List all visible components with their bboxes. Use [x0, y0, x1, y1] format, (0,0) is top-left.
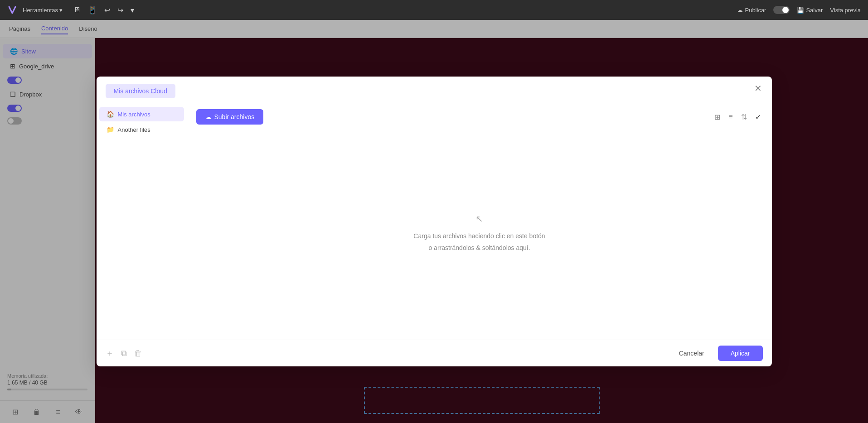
- dialog-sidebar: 🏠 Mis archivos 📁 Another files: [97, 102, 187, 340]
- upload-arrow-icon: ↖: [475, 211, 483, 227]
- more-options-icon[interactable]: ▾: [129, 4, 136, 16]
- tools-menu[interactable]: Herramientas ▾: [23, 7, 63, 14]
- drop-text-line1: Carga tus archivos haciendo clic en este…: [413, 231, 545, 242]
- dialog-toolbar: ☁ Subir archivos ⊞ ≡ ⇅ ✓: [196, 109, 763, 125]
- drop-text-line2: o arrastrándolos & soltándolos aquí.: [428, 242, 530, 254]
- dialog-sidebar-item-another-files[interactable]: 📁 Another files: [99, 122, 184, 137]
- apply-button[interactable]: Aplicar: [718, 346, 763, 361]
- publish-button[interactable]: ☁ Publicar: [737, 7, 766, 14]
- upload-cloud-icon: ☁: [205, 113, 212, 120]
- home-icon: 🏠: [107, 111, 114, 118]
- cancel-button[interactable]: Cancelar: [671, 346, 713, 361]
- topbar: Herramientas ▾ 🖥 📱 ↩ ↪ ▾ ☁ Publicar 💾 Sa…: [0, 0, 868, 20]
- check-icon[interactable]: ✓: [753, 111, 763, 123]
- preview-button[interactable]: Vista previa: [830, 7, 861, 14]
- topbar-right: ☁ Publicar 💾 Salvar Vista previa: [737, 6, 861, 14]
- mobile-icon[interactable]: 📱: [86, 4, 99, 16]
- save-button[interactable]: 💾 Salvar: [797, 7, 823, 14]
- move-icon[interactable]: ⧉: [121, 349, 127, 358]
- list-view-icon[interactable]: ≡: [727, 111, 734, 123]
- dialog-overlay: Mis archivos Cloud ✕ 🏠 Mis archivos 📁 An…: [0, 20, 868, 423]
- undo-icon[interactable]: ↩: [102, 4, 112, 16]
- publish-toggle[interactable]: [773, 6, 790, 14]
- toolbar-icons: 🖥 📱 ↩ ↪ ▾: [72, 4, 136, 16]
- drop-area: ↖ Carga tus archivos haciendo clic en es…: [196, 132, 763, 332]
- toolbar-view-icons: ⊞ ≡ ⇅ ✓: [713, 111, 762, 123]
- monitor-icon[interactable]: 🖥: [72, 4, 82, 16]
- trash-icon[interactable]: 🗑: [134, 349, 142, 358]
- dialog-tab-cloud[interactable]: Mis archivos Cloud: [106, 84, 175, 98]
- dialog-sidebar-item-mis-archivos[interactable]: 🏠 Mis archivos: [99, 107, 184, 121]
- dialog-header: Mis archivos Cloud ✕: [97, 77, 772, 98]
- app-logo[interactable]: [7, 5, 17, 15]
- chevron-down-icon: ▾: [59, 7, 63, 14]
- dialog-body: 🏠 Mis archivos 📁 Another files ☁ Subir a…: [97, 102, 772, 340]
- sort-icon[interactable]: ⇅: [739, 111, 749, 123]
- folder-icon: 📁: [107, 126, 114, 133]
- dialog: Mis archivos Cloud ✕ 🏠 Mis archivos 📁 An…: [97, 77, 772, 366]
- dialog-footer: ＋ ⧉ 🗑 Cancelar Aplicar: [97, 340, 772, 366]
- redo-icon[interactable]: ↪: [116, 4, 125, 16]
- dialog-main: ☁ Subir archivos ⊞ ≡ ⇅ ✓ ↖ Carga tus arc…: [187, 102, 772, 340]
- upload-button[interactable]: ☁ Subir archivos: [196, 109, 264, 125]
- dialog-actions: Cancelar Aplicar: [671, 346, 763, 361]
- dialog-close-button[interactable]: ✕: [752, 82, 765, 95]
- grid-view-icon[interactable]: ⊞: [713, 111, 722, 123]
- add-icon[interactable]: ＋: [106, 348, 114, 359]
